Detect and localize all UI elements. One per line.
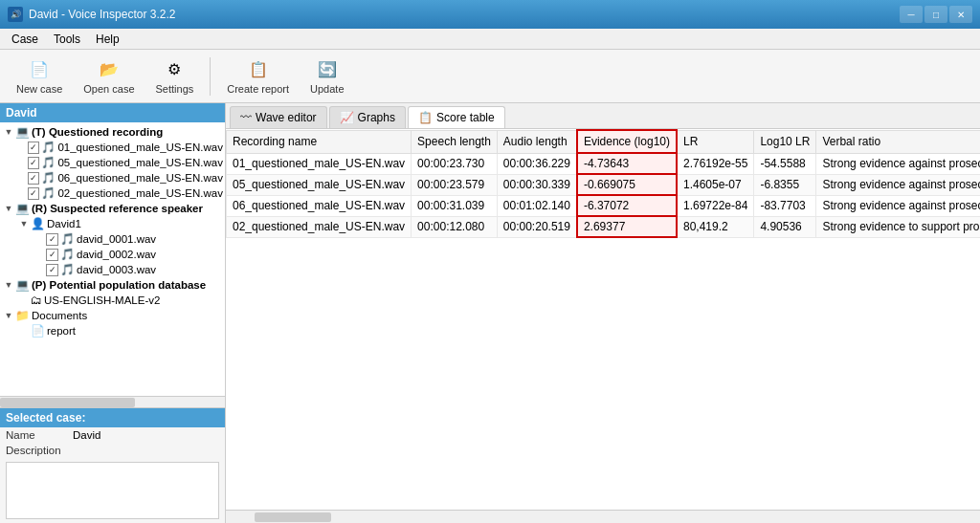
tree-item-icon-d2: 🎵 [60,248,75,261]
app-icon: 🔊 [8,7,23,22]
tree-toggle-david1[interactable]: ▼ [17,219,31,229]
table-row[interactable]: 01_questioned_male_US-EN.wav00:00:23.730… [227,153,981,174]
minimize-button[interactable]: ─ [900,6,923,23]
open-case-button[interactable]: 📂 Open case [75,54,143,99]
tree-item-icon-d1: 🎵 [60,232,75,246]
tree-checkbox-d3[interactable] [46,264,58,276]
tree-label-q4: 02_questioned_male_US-EN.wav [57,187,223,199]
maximize-button[interactable]: □ [924,6,947,23]
tree-node-q2[interactable]: 🎵05_questioned_male_US-EN.wav [0,155,225,170]
score-table-container[interactable]: Recording name Speech length Audio lengt… [226,129,980,510]
main-layout: David ▼💻(T) Questioned recording🎵01_ques… [0,103,980,523]
tree-toggle-questioned[interactable]: ▼ [2,127,15,137]
tree-node-report[interactable]: 📄report [0,323,225,338]
horizontal-scrollbar[interactable] [226,510,980,523]
tree-label-david1: David1 [47,218,81,229]
create-report-icon: 📋 [247,58,270,81]
case-name-key: Name [6,429,73,441]
tree-toggle-documents[interactable]: ▼ [2,311,15,320]
cell-recording-name: 01_questioned_male_US-EN.wav [227,153,412,174]
cell-log10lr: -54.5588 [754,153,816,174]
tree-label-q2: 05_questioned_male_US-EN.wav [57,157,223,168]
tree-node-david1[interactable]: ▼👤David1 [0,216,225,231]
menu-tools[interactable]: Tools [46,31,88,48]
new-case-button[interactable]: 📄 New case [8,54,71,99]
tree-node-documents[interactable]: ▼📁Documents [0,308,225,323]
tree-toggle-reference[interactable]: ▼ [2,204,15,213]
tree-item-icon-q1: 🎵 [41,141,56,154]
settings-button[interactable]: ⚙ Settings [147,54,203,99]
close-button[interactable]: ✕ [949,6,972,23]
tab-graphs[interactable]: 📈 Graphs [329,106,406,128]
sidebar-tree[interactable]: ▼💻(T) Questioned recording🎵01_questioned… [0,122,225,396]
update-label: Update [310,83,344,95]
cell-lr: 1.4605e-07 [677,174,754,195]
tree-node-population[interactable]: ▼💻(P) Potential population database [0,277,225,293]
tree-checkbox-d2[interactable] [46,249,58,261]
cell-lr: 1.69722e-84 [677,195,754,216]
tree-item-icon-population: 💻 [15,278,30,292]
tab-graphs-label: Graphs [358,111,395,124]
tree-label-pop1: US-ENGLISH-MALE-v2 [44,294,160,306]
sidebar-horizontal-scrollbar[interactable] [0,396,225,407]
tree-node-q4[interactable]: 🎵02_questioned_male_US-EN.wav [0,185,225,201]
tree-item-icon-questioned: 💻 [15,125,30,139]
tab-bar: 〰 Wave editor 📈 Graphs 📋 Score table [226,103,980,129]
table-row[interactable]: 06_questioned_male_US-EN.wav00:00:31.039… [227,195,981,216]
tree-label-q1: 01_questioned_male_US-EN.wav [57,142,223,153]
tree-node-d2[interactable]: 🎵david_0002.wav [0,247,225,262]
cell-evidence: -6.37072 [577,195,677,216]
header-evidence: Evidence (log10) [577,130,677,153]
horizontal-scrollbar-thumb [255,512,331,522]
tree-toggle-population[interactable]: ▼ [2,280,15,290]
tree-checkbox-q3[interactable] [28,172,39,185]
tree-checkbox-q2[interactable] [28,157,39,169]
cell-lr: 2.76192e-55 [677,153,754,174]
tree-item-icon-q3: 🎵 [41,171,56,185]
header-log10lr: Log10 LR [754,130,816,153]
tree-checkbox-q4[interactable] [28,187,39,200]
tree-node-reference[interactable]: ▼💻(R) Suspected reference speaker [0,201,225,216]
tab-wave-editor[interactable]: 〰 Wave editor [230,106,327,128]
tree-item-icon-pop1: 🗂 [31,294,42,307]
table-row[interactable]: 02_questioned_male_US-EN.wav00:00:12.080… [227,216,981,237]
menu-help[interactable]: Help [88,31,127,48]
tree-item-icon-d3: 🎵 [60,263,75,276]
create-report-button[interactable]: 📋 Create report [218,54,298,99]
tree-item-icon-q2: 🎵 [41,156,56,169]
case-desc-key: Description [6,445,73,456]
open-case-icon: 📂 [98,58,121,81]
header-lr: LR [677,130,754,153]
tree-label-d1: david_0001.wav [77,233,156,245]
tree-node-d3[interactable]: 🎵david_0003.wav [0,262,225,277]
tree-node-d1[interactable]: 🎵david_0001.wav [0,231,225,247]
header-audio-length: Audio length [497,130,577,153]
tree-label-questioned: (T) Questioned recording [32,126,163,138]
tree-label-population: (P) Potential population database [32,279,206,291]
cell-recording-name: 05_questioned_male_US-EN.wav [227,174,412,195]
tab-score-table[interactable]: 📋 Score table [408,106,505,128]
tree-item-icon-report: 📄 [31,324,45,338]
tree-node-questioned[interactable]: ▼💻(T) Questioned recording [0,124,225,140]
app-title: David - Voice Inspector 3.2.2 [29,8,175,21]
new-case-label: New case [16,83,62,95]
menu-bar: Case Tools Help [0,29,980,50]
update-button[interactable]: 🔄 Update [301,54,352,99]
cell-log10lr: 4.90536 [754,216,816,237]
window-controls: ─ □ ✕ [900,6,972,23]
tree-node-q1[interactable]: 🎵01_questioned_male_US-EN.wav [0,140,225,155]
description-area[interactable] [6,462,219,519]
tree-label-q3: 06_questioned_male_US-EN.wav [57,172,223,184]
new-case-icon: 📄 [28,58,51,81]
tree-node-q3[interactable]: 🎵06_questioned_male_US-EN.wav [0,170,225,185]
cell-recording-name: 02_questioned_male_US-EN.wav [227,216,412,237]
menu-case[interactable]: Case [4,31,46,48]
tree-checkbox-q1[interactable] [28,142,39,154]
table-row[interactable]: 05_questioned_male_US-EN.wav00:00:23.579… [227,174,981,195]
cell-speech-length: 00:00:23.730 [412,153,498,174]
tree-checkbox-d1[interactable] [46,233,58,246]
tree-node-pop1[interactable]: 🗂US-ENGLISH-MALE-v2 [0,293,225,308]
table-header-row: Recording name Speech length Audio lengt… [227,130,981,153]
settings-icon: ⚙ [163,58,186,81]
cell-speech-length: 00:00:31.039 [412,195,498,216]
